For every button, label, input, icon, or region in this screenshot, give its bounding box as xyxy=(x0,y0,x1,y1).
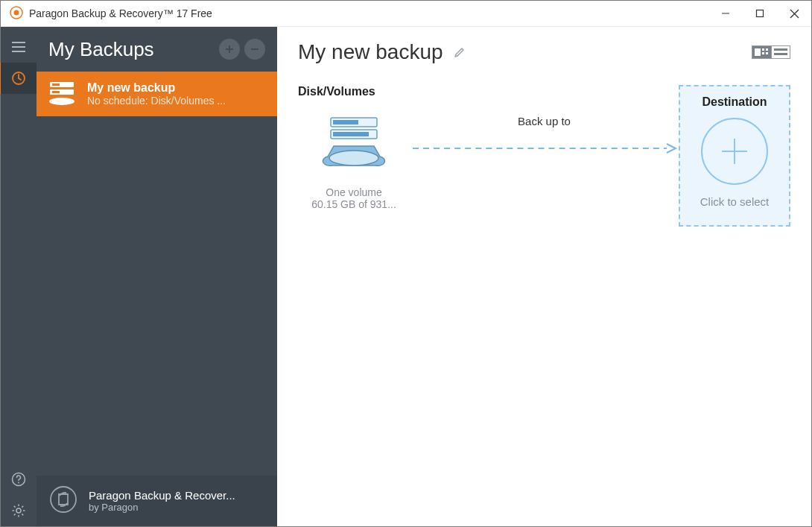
app-icon xyxy=(10,6,23,22)
about-icon xyxy=(48,485,78,517)
backup-item-name: My new backup xyxy=(87,81,226,95)
svg-point-12 xyxy=(16,508,21,513)
svg-rect-38 xyxy=(333,120,358,124)
settings-button[interactable] xyxy=(1,495,37,526)
sidebar: My Backups xyxy=(37,27,277,526)
titlebar: Paragon Backup & Recovery™ 17 Free xyxy=(1,1,811,27)
view-grid-button[interactable] xyxy=(752,45,771,59)
svg-rect-28 xyxy=(52,91,60,93)
svg-rect-3 xyxy=(757,10,764,17)
svg-rect-30 xyxy=(755,48,761,56)
source-label: Disk/Volumes xyxy=(298,85,410,98)
close-button[interactable] xyxy=(777,1,811,27)
backup-item-sub: No schedule: Disk/Volumes ... xyxy=(87,95,226,107)
svg-rect-33 xyxy=(766,48,768,51)
svg-point-11 xyxy=(18,482,19,484)
svg-rect-31 xyxy=(762,48,764,51)
about-title: Paragon Backup & Recover... xyxy=(89,489,235,502)
backup-item-my-new-backup[interactable]: My new backup No schedule: Disk/Volumes … xyxy=(37,72,277,116)
source-line2: 60.15 GB of 931... xyxy=(298,198,410,210)
destination-select[interactable]: Destination Click to select xyxy=(679,85,790,227)
svg-point-41 xyxy=(329,151,378,165)
sidebar-title: My Backups xyxy=(48,38,154,61)
svg-rect-36 xyxy=(774,53,787,55)
maximize-button[interactable] xyxy=(743,1,777,27)
svg-line-19 xyxy=(14,514,16,515)
source-disk-icon xyxy=(298,112,410,182)
help-button[interactable] xyxy=(1,464,37,495)
svg-point-29 xyxy=(51,487,76,512)
arrow-label: Back up to xyxy=(518,115,571,127)
add-backup-button[interactable] xyxy=(219,39,240,60)
hamburger-menu-button[interactable] xyxy=(1,31,37,63)
svg-rect-34 xyxy=(766,52,768,54)
svg-rect-32 xyxy=(762,52,764,54)
arrow-block: Back up to xyxy=(410,85,679,156)
view-list-button[interactable] xyxy=(771,45,790,59)
nav-backups[interactable] xyxy=(0,63,37,94)
svg-line-18 xyxy=(22,514,23,515)
plus-icon xyxy=(701,118,768,185)
remove-backup-button[interactable] xyxy=(244,39,265,60)
svg-rect-35 xyxy=(774,48,787,51)
about-sub: by Paragon xyxy=(89,502,235,513)
destination-label: Destination xyxy=(702,95,767,109)
svg-point-26 xyxy=(49,98,74,105)
page-title: My new backup xyxy=(298,40,443,64)
minimize-button[interactable] xyxy=(708,1,743,27)
source-block[interactable]: Disk/Volumes One volume 60.15 GB of 931.… xyxy=(298,85,410,210)
svg-line-20 xyxy=(22,506,23,508)
rename-icon[interactable] xyxy=(454,44,467,60)
window-title: Paragon Backup & Recovery™ 17 Free xyxy=(29,7,212,19)
backup-disk-icon xyxy=(47,79,77,109)
main-area: My new backup Di xyxy=(277,27,811,526)
leftbar xyxy=(1,27,37,526)
destination-sub: Click to select xyxy=(700,195,770,208)
svg-point-1 xyxy=(14,10,19,15)
source-line1: One volume xyxy=(298,186,410,198)
svg-rect-27 xyxy=(52,83,60,86)
svg-rect-40 xyxy=(333,132,369,136)
about-panel[interactable]: Paragon Backup & Recover... by Paragon xyxy=(37,476,277,526)
svg-line-17 xyxy=(14,506,16,508)
arrow-icon xyxy=(410,141,679,156)
